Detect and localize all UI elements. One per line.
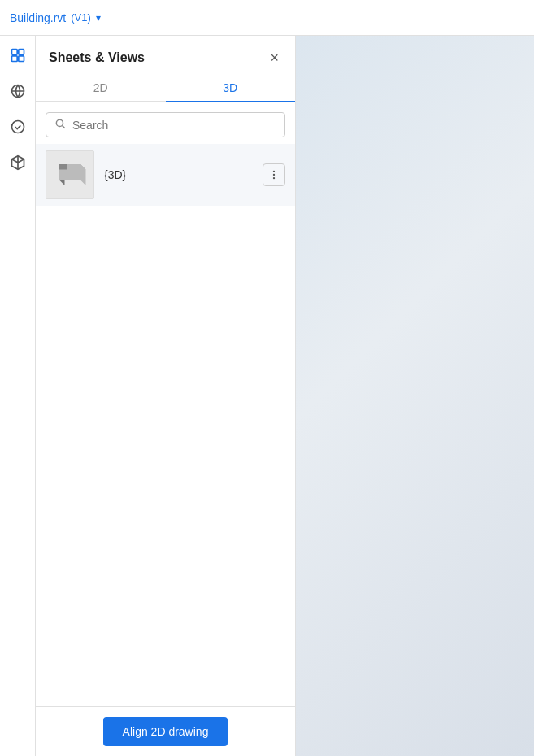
svg-rect-0 — [11, 50, 17, 55]
search-icon — [54, 118, 66, 132]
search-input[interactable] — [72, 119, 276, 132]
sheets-views-panel: Sheets & Views × 2D 3D — [36, 36, 296, 756]
list-item[interactable]: {3D} — [36, 144, 295, 206]
item-name: {3D} — [104, 168, 253, 181]
panel-footer: Align 2D drawing — [36, 706, 295, 756]
view-tabs: 2D 3D — [36, 75, 295, 102]
search-container — [36, 102, 295, 144]
svg-rect-3 — [18, 56, 24, 62]
item-list: {3D} — [36, 144, 295, 706]
main-layout: Sheets & Views × 2D 3D — [0, 36, 534, 756]
sidebar-icon-globe[interactable] — [7, 80, 29, 102]
svg-point-13 — [273, 174, 275, 176]
svg-point-5 — [11, 121, 24, 133]
file-title[interactable]: Building.rvt — [10, 11, 66, 24]
close-panel-button[interactable]: × — [267, 49, 282, 67]
sidebar-icon-cube[interactable] — [7, 151, 29, 174]
align-2d-drawing-button[interactable]: Align 2D drawing — [103, 717, 228, 746]
item-menu-button[interactable] — [263, 163, 285, 186]
item-thumbnail — [46, 150, 94, 199]
panel-title: Sheets & Views — [49, 50, 145, 65]
svg-point-6 — [56, 119, 63, 126]
sidebar-icon-layers[interactable] — [7, 44, 29, 67]
panel-header: Sheets & Views × — [36, 36, 295, 75]
version-chevron-icon[interactable]: ▾ — [96, 12, 101, 24]
svg-point-12 — [273, 171, 275, 172]
svg-line-7 — [63, 126, 65, 128]
sidebar-icon-check[interactable] — [7, 115, 29, 138]
svg-marker-11 — [59, 164, 67, 170]
content-area: Create Data Exchange — [296, 36, 534, 756]
tab-3d[interactable]: 3D — [166, 75, 296, 102]
svg-rect-2 — [18, 50, 24, 55]
svg-point-14 — [273, 177, 275, 179]
search-box — [46, 112, 285, 137]
file-version: (V1) — [71, 11, 91, 24]
tab-2d[interactable]: 2D — [36, 75, 166, 102]
svg-rect-1 — [11, 56, 17, 62]
icon-sidebar — [0, 36, 36, 756]
top-bar: Building.rvt (V1) ▾ — [0, 0, 534, 36]
